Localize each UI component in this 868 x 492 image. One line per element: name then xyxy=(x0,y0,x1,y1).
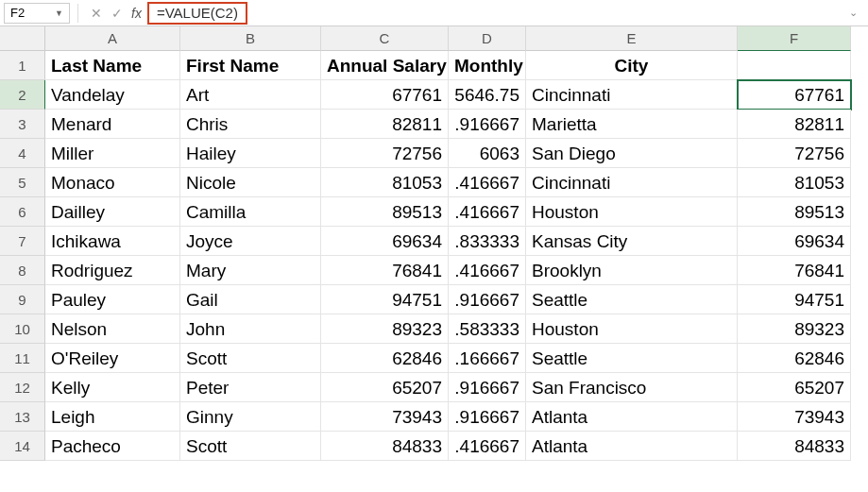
cell-F14[interactable]: 84833 xyxy=(738,432,851,461)
cell-B6[interactable]: Camilla xyxy=(180,197,321,227)
cell-F8[interactable]: 76841 xyxy=(738,256,851,285)
cell-B14[interactable]: Scott xyxy=(180,432,321,461)
row-header-4[interactable]: 4 xyxy=(0,139,45,168)
cell-B10[interactable]: John xyxy=(180,314,321,344)
cell-F1[interactable] xyxy=(738,51,851,80)
cell-B7[interactable]: Joyce xyxy=(180,227,321,256)
row-header-7[interactable]: 7 xyxy=(0,227,45,256)
cell-F7[interactable]: 69634 xyxy=(738,227,851,256)
cell-D5[interactable]: .416667 xyxy=(449,168,526,197)
chevron-down-icon[interactable]: ▼ xyxy=(55,8,63,18)
cell-F2[interactable]: 67761 xyxy=(738,80,851,110)
cell-E10[interactable]: Houston xyxy=(526,314,738,344)
cell-D7[interactable]: .833333 xyxy=(449,227,526,256)
cell-D14[interactable]: .416667 xyxy=(449,432,526,461)
cell-A11[interactable]: O'Reiley xyxy=(45,344,180,373)
cell-F5[interactable]: 81053 xyxy=(738,168,851,197)
cell-B3[interactable]: Chris xyxy=(180,110,321,139)
cell-E2[interactable]: Cincinnati xyxy=(526,80,738,110)
cell-F12[interactable]: 65207 xyxy=(738,373,851,402)
cell-E6[interactable]: Houston xyxy=(526,197,738,227)
cell-A9[interactable]: Pauley xyxy=(45,285,180,314)
cell-D6[interactable]: .416667 xyxy=(449,197,526,227)
cell-B5[interactable]: Nicole xyxy=(180,168,321,197)
cell-D11[interactable]: .166667 xyxy=(449,344,526,373)
cell-C11[interactable]: 62846 xyxy=(321,344,449,373)
cell-F3[interactable]: 82811 xyxy=(738,110,851,139)
cell-A10[interactable]: Nelson xyxy=(45,314,180,344)
cell-C13[interactable]: 73943 xyxy=(321,402,449,432)
cell-F9[interactable]: 94751 xyxy=(738,285,851,314)
cell-D3[interactable]: .916667 xyxy=(449,110,526,139)
select-all-corner[interactable] xyxy=(0,26,45,51)
row-header-9[interactable]: 9 xyxy=(0,285,45,314)
row-header-13[interactable]: 13 xyxy=(0,402,45,432)
cell-E3[interactable]: Marietta xyxy=(526,110,738,139)
name-box[interactable]: F2 ▼ xyxy=(4,3,70,24)
cell-B9[interactable]: Gail xyxy=(180,285,321,314)
cell-B12[interactable]: Peter xyxy=(180,373,321,402)
cell-B2[interactable]: Art xyxy=(180,80,321,110)
cell-B13[interactable]: Ginny xyxy=(180,402,321,432)
cell-A12[interactable]: Kelly xyxy=(45,373,180,402)
cell-C7[interactable]: 69634 xyxy=(321,227,449,256)
cell-F4[interactable]: 72756 xyxy=(738,139,851,168)
row-header-1[interactable]: 1 xyxy=(0,51,45,80)
row-header-5[interactable]: 5 xyxy=(0,168,45,197)
cell-C5[interactable]: 81053 xyxy=(321,168,449,197)
cell-E5[interactable]: Cincinnati xyxy=(526,168,738,197)
cell-F11[interactable]: 62846 xyxy=(738,344,851,373)
col-header-F[interactable]: F xyxy=(738,26,851,51)
cell-D9[interactable]: .916667 xyxy=(449,285,526,314)
cell-A13[interactable]: Leigh xyxy=(45,402,180,432)
cell-C1[interactable]: Annual Salary xyxy=(321,51,449,80)
cell-A6[interactable]: Dailley xyxy=(45,197,180,227)
cell-E1[interactable]: City xyxy=(526,51,738,80)
cell-F6[interactable]: 89513 xyxy=(738,197,851,227)
formula-input[interactable]: =VALUE(C2) xyxy=(147,2,845,25)
col-header-B[interactable]: B xyxy=(180,26,321,51)
confirm-icon[interactable]: ✓ xyxy=(109,6,126,21)
row-header-3[interactable]: 3 xyxy=(0,110,45,139)
cancel-icon[interactable]: ✕ xyxy=(88,6,105,21)
cell-A4[interactable]: Miller xyxy=(45,139,180,168)
cell-C3[interactable]: 82811 xyxy=(321,110,449,139)
cell-D2[interactable]: 5646.75 xyxy=(449,80,526,110)
fx-icon[interactable]: fx xyxy=(131,6,142,21)
row-header-11[interactable]: 11 xyxy=(0,344,45,373)
cell-C8[interactable]: 76841 xyxy=(321,256,449,285)
expand-formula-icon[interactable]: ⌄ xyxy=(845,7,860,19)
row-header-10[interactable]: 10 xyxy=(0,314,45,344)
cell-C12[interactable]: 65207 xyxy=(321,373,449,402)
cell-E7[interactable]: Kansas City xyxy=(526,227,738,256)
cell-D4[interactable]: 6063 xyxy=(449,139,526,168)
cell-E8[interactable]: Brooklyn xyxy=(526,256,738,285)
cell-A14[interactable]: Pacheco xyxy=(45,432,180,461)
cell-C10[interactable]: 89323 xyxy=(321,314,449,344)
col-header-E[interactable]: E xyxy=(526,26,738,51)
cell-B8[interactable]: Mary xyxy=(180,256,321,285)
cell-A3[interactable]: Menard xyxy=(45,110,180,139)
cell-F10[interactable]: 89323 xyxy=(738,314,851,344)
cell-E13[interactable]: Atlanta xyxy=(526,402,738,432)
spreadsheet-grid[interactable]: 1Last NameFirst NameAnnual SalaryMonthly… xyxy=(0,51,868,461)
cell-F13[interactable]: 73943 xyxy=(738,402,851,432)
row-header-2[interactable]: 2 xyxy=(0,80,45,110)
cell-C2[interactable]: 67761 xyxy=(321,80,449,110)
cell-B1[interactable]: First Name xyxy=(180,51,321,80)
cell-D8[interactable]: .416667 xyxy=(449,256,526,285)
cell-E14[interactable]: Atlanta xyxy=(526,432,738,461)
cell-D1[interactable]: Monthly xyxy=(449,51,526,80)
cell-A7[interactable]: Ichikawa xyxy=(45,227,180,256)
col-header-A[interactable]: A xyxy=(45,26,180,51)
cell-E11[interactable]: Seattle xyxy=(526,344,738,373)
cell-C4[interactable]: 72756 xyxy=(321,139,449,168)
cell-C9[interactable]: 94751 xyxy=(321,285,449,314)
cell-E12[interactable]: San Francisco xyxy=(526,373,738,402)
cell-C14[interactable]: 84833 xyxy=(321,432,449,461)
cell-D10[interactable]: .583333 xyxy=(449,314,526,344)
row-header-8[interactable]: 8 xyxy=(0,256,45,285)
cell-B11[interactable]: Scott xyxy=(180,344,321,373)
row-header-14[interactable]: 14 xyxy=(0,432,45,461)
cell-D12[interactable]: .916667 xyxy=(449,373,526,402)
